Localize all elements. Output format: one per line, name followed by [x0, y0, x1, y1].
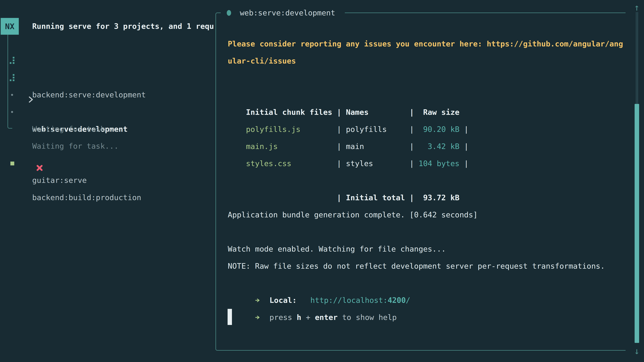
- chunk-name: styles: [346, 155, 410, 172]
- nx-terminal-ui: { "colors": { "background": "#182b33", "…: [0, 0, 644, 362]
- task-list-pane: NX Running serve for 3 projects, and 1 r…: [0, 0, 216, 362]
- waiting-dot-icon: [11, 111, 13, 113]
- bundle-complete-line: Application bundle generation complete. …: [228, 206, 478, 223]
- keyboard-hints: quit:qhelp:?: [103, 360, 203, 362]
- total-label: Initial total: [346, 189, 410, 206]
- pipe: |: [410, 193, 414, 202]
- success-square-icon: [10, 162, 14, 165]
- scrollbar-thumb[interactable]: [634, 104, 639, 343]
- panel-title: web:serve:development: [240, 4, 335, 21]
- table-row: polyfills.js|polyfills|90.20 kB|: [228, 104, 468, 121]
- table-row: styles.css|styles|104 bytes|: [228, 138, 468, 155]
- chunk-table-header: Initial chunk files|Names|Raw size: [228, 87, 460, 104]
- task-label: Waiting for task...: [32, 120, 118, 138]
- task-row-waiting-1[interactable]: Waiting for task...: [0, 86, 216, 103]
- task-row-web-serve[interactable]: web:serve:development: [0, 69, 216, 86]
- issue-report-line-1: Please consider reporting any issues you…: [228, 35, 623, 52]
- pagination: ←1/1→: [9, 343, 68, 362]
- watch-mode-line: Watch mode enabled. Watching for file ch…: [228, 241, 446, 258]
- scroll-down-arrow-icon[interactable]: ↓: [632, 344, 641, 359]
- note-line: NOTE: Raw file sizes do not reflect deve…: [228, 258, 605, 275]
- waiting-dot-icon: [11, 94, 13, 96]
- spinner-icon: [13, 57, 14, 58]
- task-label: guitar:serve: [32, 172, 87, 189]
- pipe: |: [410, 159, 414, 168]
- terminal-cursor: [228, 309, 232, 325]
- enter-key: enter: [315, 313, 338, 322]
- total-size: 93.72 kB: [414, 189, 460, 206]
- nx-logo: NX: [1, 18, 19, 35]
- nx-logo-text: NX: [5, 22, 14, 31]
- task-row-waiting-2[interactable]: Waiting for task...: [0, 103, 216, 120]
- url-suffix: /: [406, 296, 410, 305]
- table-total-row: |Initial total|93.72 kB: [228, 172, 460, 189]
- chunk-size: 104 bytes: [414, 155, 460, 172]
- status-bar: ←1/1→ quit:qhelp:?: [0, 326, 216, 343]
- table-row: main.js|main|3.42 kB|: [228, 121, 468, 138]
- running-status-dot-icon: [227, 10, 231, 16]
- task-row-backend-build[interactable]: backend:build:production: [0, 155, 216, 172]
- chunk-file: styles.css: [246, 155, 337, 172]
- pipe: |: [337, 193, 341, 202]
- plus-text: +: [301, 313, 315, 322]
- page-title: Running serve for 3 projects, and 1 requ: [32, 18, 216, 35]
- local-url-line: Local:http://localhost:4200/: [228, 275, 410, 292]
- spinner-icon: [13, 74, 14, 76]
- issue-report-line-2: ular-cli/issues: [228, 52, 296, 69]
- pipe: |: [337, 159, 341, 168]
- task-row-guitar-serve[interactable]: guitar:serve: [0, 138, 216, 155]
- arrow-right-icon: [255, 313, 260, 322]
- task-label: backend:build:production: [32, 189, 141, 206]
- press-help-line: press h + enter to show help: [228, 292, 397, 309]
- h-key: h: [297, 313, 301, 322]
- task-row-backend-serve[interactable]: backend:serve:development: [0, 52, 216, 69]
- show-help-text: to show help: [338, 313, 397, 322]
- press-text: press: [270, 313, 297, 322]
- pipe: |: [464, 159, 468, 168]
